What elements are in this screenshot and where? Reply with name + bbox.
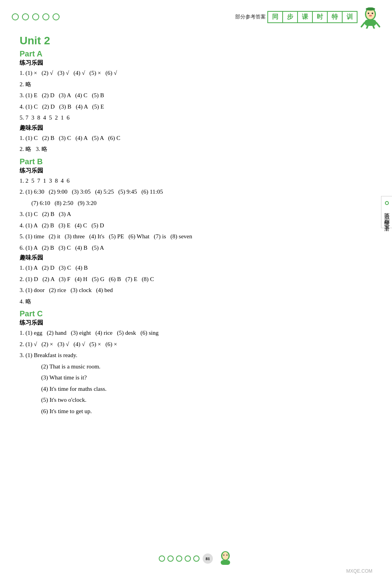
part-b-qu-line-1: 1. (1) A (2) D (3) C (4) B <box>20 262 376 274</box>
box-tong: 同 <box>267 11 283 23</box>
sidebar-subject: 英语 <box>383 208 390 210</box>
part-c-line-3c: (3) What time is it? <box>41 372 376 383</box>
part-a-section1-title: 练习乐园 <box>20 59 376 67</box>
part-c-line-2: 2. (1) √ (2) × (3) √ (4) √ (5) × (6) × <box>20 339 376 350</box>
part-b-line-6: 6. (1) A (2) B (3) C (4) B (5) A <box>20 242 376 254</box>
part-a-line-5: 5. 7 3 8 4 5 2 1 6 <box>20 112 376 123</box>
part-c-section1-title: 练习乐园 <box>20 319 376 327</box>
part-c-line-3d: (4) It's time for maths class. <box>41 383 376 395</box>
part-b-qu-line-3: 3. (1) door (2) rice (3) clock (4) bed <box>20 285 376 296</box>
svg-line-8 <box>367 26 368 29</box>
svg-rect-5 <box>365 20 376 26</box>
part-b-section2-title: 趣味乐园 <box>20 254 376 261</box>
part-c-line-3e: (5) It's two o'clock. <box>41 394 376 406</box>
part-a-line-1: 1. (1) × (2) √ (3) √ (4) √ (5) × (6) √ <box>20 67 376 79</box>
footer-circle-3 <box>176 555 182 562</box>
circle-2 <box>22 13 29 20</box>
box-bu: 步 <box>282 11 298 23</box>
circle-1 <box>12 13 19 20</box>
circle-5 <box>53 13 60 20</box>
part-b-line-5: 5. (1) time (2) it (3) three (4) It's (5… <box>20 231 376 242</box>
box-ke: 课 <box>297 11 313 23</box>
svg-point-2 <box>368 13 369 14</box>
footer-circles-left <box>159 555 200 562</box>
part-c-line-3b: (2) That is a music room. <box>41 361 376 372</box>
part-c-line-3f: (6) It's time to get up. <box>41 406 376 417</box>
svg-rect-11 <box>368 7 373 10</box>
sidebar-volume: （下册） <box>383 221 390 222</box>
svg-point-3 <box>372 13 373 14</box>
part-b-section1-title: 练习乐园 <box>20 167 376 174</box>
main-content: Unit 2 Part A 练习乐园 1. (1) × (2) √ (3) √ … <box>0 31 392 425</box>
part-a-line-3: 3. (1) E (2) D (3) A (4) C (5) B <box>20 90 376 101</box>
mascot-icon <box>361 7 380 27</box>
svg-point-14 <box>223 555 225 556</box>
box-shi: 时 <box>312 11 328 23</box>
part-b-qu-line-4: 4. 略 <box>20 296 376 307</box>
svg-point-13 <box>222 552 229 560</box>
part-b-title: Part B <box>20 157 376 166</box>
box-xun: 训 <box>342 11 358 23</box>
footer-circle-1 <box>159 555 165 562</box>
page-number: 81 <box>203 553 213 564</box>
sidebar-dot-1 <box>385 201 389 205</box>
footer-circle-2 <box>167 555 174 562</box>
footer-circle-5 <box>193 555 200 562</box>
svg-line-6 <box>361 23 365 27</box>
part-a-section2-title: 趣味乐园 <box>20 124 376 132</box>
part-c-line-1: 1. (1) egg (2) hand (3) eight (4) rice (… <box>20 327 376 339</box>
header-right: 部分参考答案 同 步 课 时 特 训 <box>235 7 380 27</box>
part-b-line-2: 2. (1) 6:30 (2) 9:00 (3) 3:05 (4) 5:25 (… <box>20 186 376 198</box>
svg-rect-16 <box>221 560 230 565</box>
footer-mascot-icon <box>218 550 233 567</box>
header-circles <box>12 13 60 20</box>
watermark: MXQE.COM <box>346 568 372 574</box>
part-a-qu-line-1: 1. (1) C (2) B (3) C (4) A (5) A (6) C <box>20 132 376 144</box>
part-b-line-1: 1. 2 5 7 1 3 8 4 6 <box>20 175 376 187</box>
svg-line-9 <box>373 26 374 29</box>
part-a-line-4: 4. (1) C (2) D (3) B (4) A (5) E <box>20 101 376 112</box>
unit-title: Unit 2 <box>20 34 376 47</box>
box-te: 特 <box>327 11 343 23</box>
page-footer: 81 <box>0 550 392 567</box>
header-label: 部分参考答案 <box>235 13 266 20</box>
part-c-title: Part C <box>20 309 376 318</box>
svg-point-15 <box>227 555 228 556</box>
circle-3 <box>32 13 39 20</box>
part-b: Part B 练习乐园 1. 2 5 7 1 3 8 4 6 2. (1) 6:… <box>20 157 376 307</box>
page-header: 部分参考答案 同 步 课 时 特 训 <box>0 0 392 31</box>
sidebar-grade: 四年级 <box>383 214 390 217</box>
svg-line-7 <box>376 23 379 27</box>
part-c: Part C 练习乐园 1. (1) egg (2) hand (3) eigh… <box>20 309 376 417</box>
part-a-qu-line-2: 2. 略 3. 略 <box>20 143 376 155</box>
right-sidebar: 英语 四年级 （下册） <box>381 196 392 228</box>
circle-4 <box>42 13 49 20</box>
header-boxes: 同 步 课 时 特 训 <box>268 11 358 23</box>
part-c-line-3: 3. (1) Breakfast is ready. <box>20 350 376 361</box>
part-b-line-4: 4. (1) A (2) B (3) E (4) C (5) D <box>20 220 376 231</box>
part-a-title: Part A <box>20 49 376 58</box>
part-b-qu-line-2: 2. (1) D (2) A (3) F (4) H (5) G (6) B (… <box>20 274 376 285</box>
part-a-line-2: 2. 略 <box>20 79 376 90</box>
svg-point-4 <box>369 15 372 16</box>
part-a: Part A 练习乐园 1. (1) × (2) √ (3) √ (4) √ (… <box>20 49 376 155</box>
footer-circle-4 <box>185 555 191 562</box>
part-b-line-3: 3. (1) C (2) B (3) A <box>20 209 376 220</box>
part-b-line-2b: (7) 6:10 (8) 2:50 (9) 3:20 <box>31 198 376 209</box>
